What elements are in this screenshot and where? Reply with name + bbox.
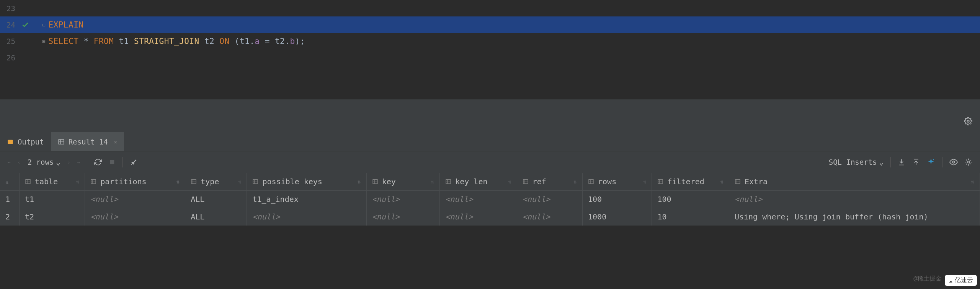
stop-button[interactable] bbox=[109, 159, 116, 166]
refresh-button[interactable] bbox=[94, 158, 102, 166]
tab-result-label: Result 14 bbox=[69, 138, 108, 146]
cell-possible_keys[interactable]: t1_a_index bbox=[247, 190, 366, 208]
svg-point-0 bbox=[967, 120, 969, 122]
table-row[interactable]: 2t2<null>ALL<null><null><null><null>1000… bbox=[0, 208, 980, 226]
column-header-ref[interactable]: ref⇅ bbox=[517, 173, 582, 190]
svg-point-6 bbox=[933, 159, 934, 160]
gutter-icons bbox=[19, 21, 42, 29]
code-content[interactable]: SELECT * FROM t1 STRAIGHT_JOIN t2 ON (t1… bbox=[48, 37, 305, 46]
chevron-down-icon: ⌄ bbox=[56, 158, 60, 166]
cell-filtered[interactable]: 10 bbox=[652, 208, 729, 226]
results-table-wrapper: ⇅table⇅partitions⇅type⇅possible_keys⇅key… bbox=[0, 173, 980, 226]
panel-divider bbox=[0, 99, 980, 111]
prev-page-button[interactable]: ‹ bbox=[18, 159, 21, 165]
line-number: 26 bbox=[0, 54, 19, 62]
tab-output[interactable]: Output bbox=[0, 132, 51, 151]
cell-type[interactable]: ALL bbox=[185, 190, 247, 208]
cell-key[interactable]: <null> bbox=[366, 190, 439, 208]
svg-rect-1 bbox=[8, 140, 13, 144]
svg-rect-36 bbox=[735, 179, 740, 183]
svg-rect-27 bbox=[523, 179, 528, 183]
eye-icon[interactable] bbox=[949, 158, 958, 166]
cell-key_len[interactable]: <null> bbox=[440, 208, 517, 226]
first-page-button[interactable]: ⇤ bbox=[8, 159, 11, 165]
download-button[interactable] bbox=[898, 158, 905, 166]
row-number: 2 bbox=[0, 208, 19, 226]
panel-toolbar bbox=[0, 111, 980, 132]
gear-icon[interactable] bbox=[964, 117, 972, 127]
svg-point-7 bbox=[952, 161, 955, 163]
line-number: 24 bbox=[0, 21, 19, 29]
result-toolbar: ⇤ ‹ 2 rows ⌄ › ⇥ SQL Inserts ⌄ bbox=[0, 151, 980, 173]
cell-rows[interactable]: 1000 bbox=[583, 208, 652, 226]
cell-table[interactable]: t1 bbox=[19, 190, 85, 208]
cloud-icon: ☁ bbox=[949, 277, 952, 284]
row-num-header[interactable]: ⇅ bbox=[0, 173, 19, 190]
empty-area bbox=[0, 226, 980, 289]
svg-rect-9 bbox=[26, 179, 30, 183]
cell-partitions[interactable]: <null> bbox=[85, 208, 185, 226]
cell-ref[interactable]: <null> bbox=[517, 190, 582, 208]
svg-rect-2 bbox=[59, 140, 64, 144]
column-header-key[interactable]: key⇅ bbox=[366, 173, 439, 190]
svg-rect-30 bbox=[589, 179, 593, 183]
fold-marker[interactable]: ⊟ bbox=[42, 22, 45, 28]
result-tabs: Output Result 14 ✕ bbox=[0, 132, 980, 151]
fold-marker[interactable]: ⊟ bbox=[42, 38, 45, 44]
cell-key[interactable]: <null> bbox=[366, 208, 439, 226]
cell-type[interactable]: ALL bbox=[185, 208, 247, 226]
output-icon bbox=[7, 138, 14, 145]
watermark: @稀土掘金 bbox=[913, 275, 942, 283]
cell-ref[interactable]: <null> bbox=[517, 208, 582, 226]
svg-rect-33 bbox=[658, 179, 663, 183]
line-number: 23 bbox=[0, 4, 19, 13]
cell-rows[interactable]: 100 bbox=[583, 190, 652, 208]
code-line[interactable]: 26 bbox=[0, 49, 980, 66]
code-line[interactable]: 25⊟SELECT * FROM t1 STRAIGHT_JOIN t2 ON … bbox=[0, 33, 980, 49]
column-header-partitions[interactable]: partitions⇅ bbox=[85, 173, 185, 190]
svg-rect-5 bbox=[110, 160, 114, 164]
column-header-rows[interactable]: rows⇅ bbox=[583, 173, 652, 190]
svg-rect-15 bbox=[191, 179, 196, 183]
cell-table[interactable]: t2 bbox=[19, 208, 85, 226]
line-number: 25 bbox=[0, 37, 19, 45]
export-format-dropdown[interactable]: SQL Inserts ⌄ bbox=[829, 158, 884, 166]
pin-button[interactable] bbox=[130, 158, 137, 166]
results-table[interactable]: ⇅table⇅partitions⇅type⇅possible_keys⇅key… bbox=[0, 173, 980, 226]
cloud-badge: ☁ 亿速云 bbox=[945, 275, 977, 286]
cell-Extra[interactable]: <null> bbox=[729, 190, 980, 208]
table-icon bbox=[58, 138, 65, 145]
cell-filtered[interactable]: 100 bbox=[652, 190, 729, 208]
cell-Extra[interactable]: Using where; Using join buffer (hash joi… bbox=[729, 208, 980, 226]
column-header-filtered[interactable]: filtered⇅ bbox=[652, 173, 729, 190]
upload-button[interactable] bbox=[912, 158, 920, 166]
code-line[interactable]: 23 bbox=[0, 0, 980, 16]
svg-rect-21 bbox=[373, 179, 377, 183]
cell-key_len[interactable]: <null> bbox=[440, 190, 517, 208]
code-editor[interactable]: 2324⊟EXPLAIN25⊟SELECT * FROM t1 STRAIGHT… bbox=[0, 0, 980, 99]
svg-rect-12 bbox=[91, 179, 96, 183]
rows-count-dropdown[interactable]: 2 rows ⌄ bbox=[28, 158, 60, 166]
column-header-Extra[interactable]: Extra⇅ bbox=[729, 173, 980, 190]
column-header-possible_keys[interactable]: possible_keys⇅ bbox=[247, 173, 366, 190]
settings-icon[interactable] bbox=[965, 158, 972, 166]
column-header-table[interactable]: table⇅ bbox=[19, 173, 85, 190]
svg-rect-24 bbox=[446, 179, 451, 183]
ai-assist-button[interactable] bbox=[927, 158, 935, 166]
next-page-button[interactable]: › bbox=[67, 159, 70, 165]
column-header-key_len[interactable]: key_len⇅ bbox=[440, 173, 517, 190]
cell-partitions[interactable]: <null> bbox=[85, 190, 185, 208]
chevron-down-icon: ⌄ bbox=[879, 158, 884, 166]
table-row[interactable]: 1t1<null>ALLt1_a_index<null><null><null>… bbox=[0, 190, 980, 208]
last-page-button[interactable]: ⇥ bbox=[77, 159, 80, 165]
svg-rect-18 bbox=[253, 179, 258, 183]
close-icon[interactable]: ✕ bbox=[114, 139, 117, 145]
code-content[interactable]: EXPLAIN bbox=[48, 20, 83, 29]
column-header-type[interactable]: type⇅ bbox=[185, 173, 247, 190]
svg-point-8 bbox=[968, 161, 970, 163]
tab-result[interactable]: Result 14 ✕ bbox=[51, 132, 124, 151]
cell-possible_keys[interactable]: <null> bbox=[247, 208, 366, 226]
tab-output-label: Output bbox=[18, 138, 44, 146]
code-line[interactable]: 24⊟EXPLAIN bbox=[0, 16, 980, 33]
row-number: 1 bbox=[0, 190, 19, 208]
